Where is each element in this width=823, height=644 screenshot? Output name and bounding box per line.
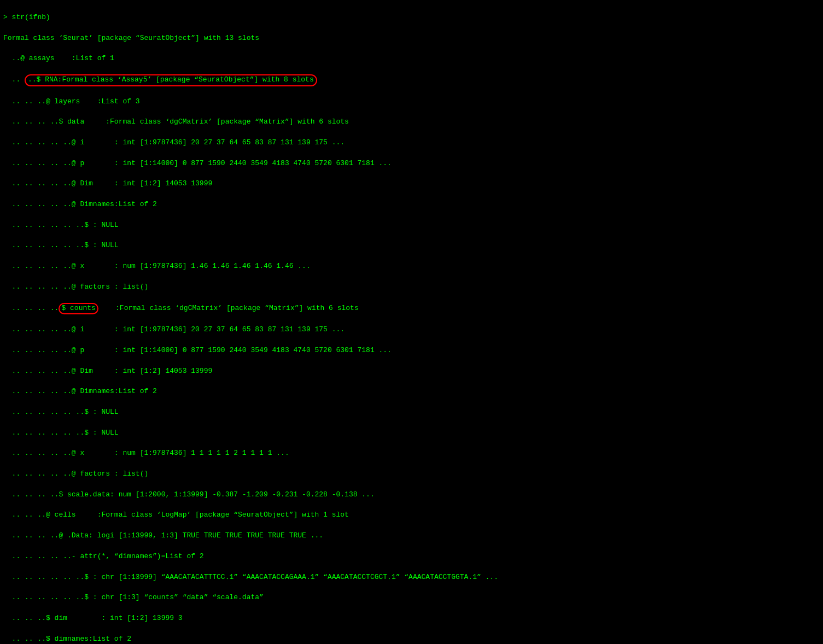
terminal-output: > str(ifnb) Formal class ‘Seurat’ [packa… xyxy=(0,0,823,644)
line-10: .. .. .. .. .. ..$ : NULL xyxy=(3,220,820,231)
line-13: .. .. .. .. ..@ factors : list() xyxy=(3,282,820,292)
line-22: .. .. .. .. ..@ factors : list() xyxy=(3,469,820,479)
line-23: .. .. .. ..$ scale.data: num [1:2000, 1:… xyxy=(3,490,820,500)
line-16: .. .. .. .. ..@ p : int [1:14000] 0 877 … xyxy=(3,346,820,356)
line-3: .. ..$ RNA:Formal class ‘Assay5’ [packag… xyxy=(3,74,820,86)
line-7: .. .. .. .. ..@ p : int [1:14000] 0 877 … xyxy=(3,159,820,169)
line-1: Formal class ‘Seurat’ [package “SeuratOb… xyxy=(3,33,820,44)
line-5: .. .. .. ..$ data :Formal class ‘dgCMatr… xyxy=(3,117,820,127)
line-27: .. .. .. .. .. ..$ : chr [1:13999] “AAAC… xyxy=(3,572,820,583)
line-9: .. .. .. .. ..@ Dimnames:List of 2 xyxy=(3,200,820,210)
line-15: .. .. .. .. ..@ i : int [1:9787436] 20 2… xyxy=(3,325,820,335)
line-2: ..@ assays :List of 1 xyxy=(3,54,820,64)
line-18: .. .. .. .. ..@ Dimnames:List of 2 xyxy=(3,387,820,397)
line-29: .. .. ..$ dim : int [1:2] 13999 3 xyxy=(3,613,820,624)
line-0: > str(ifnb) xyxy=(3,13,820,23)
line-20: .. .. .. .. .. ..$ : NULL xyxy=(3,428,820,438)
line-12: .. .. .. .. ..@ x : num [1:9787436] 1.46… xyxy=(3,261,820,272)
line-8: .. .. .. .. ..@ Dim : int [1:2] 14053 13… xyxy=(3,179,820,189)
line-28: .. .. .. .. .. ..$ : chr [1:3] “counts” … xyxy=(3,593,820,603)
line-6: .. .. .. .. ..@ i : int [1:9787436] 20 2… xyxy=(3,138,820,148)
line-25: .. .. .. ..@ .Data: logi [1:13999, 1:3] … xyxy=(3,531,820,541)
line-30: .. .. ..$ dimnames:List of 2 xyxy=(3,634,820,644)
line-4: .. .. ..@ layers :List of 3 xyxy=(3,97,820,107)
line-24: .. .. ..@ cells :Formal class ‘LogMap’ [… xyxy=(3,510,820,520)
line-19: .. .. .. .. .. ..$ : NULL xyxy=(3,407,820,418)
line-21: .. .. .. .. ..@ x : num [1:9787436] 1 1 … xyxy=(3,448,820,459)
line-17: .. .. .. .. ..@ Dim : int [1:2] 14053 13… xyxy=(3,366,820,377)
line-11: .. .. .. .. .. ..$ : NULL xyxy=(3,241,820,251)
line-26: .. .. .. .. ..- attr(*, “dimnames”)=List… xyxy=(3,552,820,562)
line-14: .. .. .. ..$ counts :Formal class ‘dgCMa… xyxy=(3,303,820,315)
